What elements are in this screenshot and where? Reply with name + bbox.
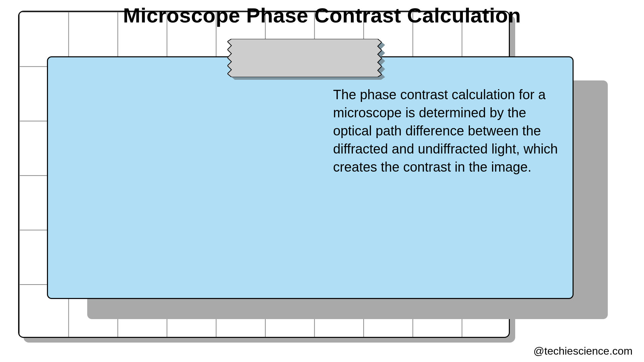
tape-icon bbox=[227, 39, 382, 77]
footer-attribution: @techiescience.com bbox=[533, 345, 633, 357]
note-card-body: The phase contrast calculation for a mic… bbox=[333, 85, 568, 176]
page-title: Microscope Phase Contrast Calculation bbox=[0, 3, 644, 27]
note-card: The phase contrast calculation for a mic… bbox=[47, 56, 574, 299]
